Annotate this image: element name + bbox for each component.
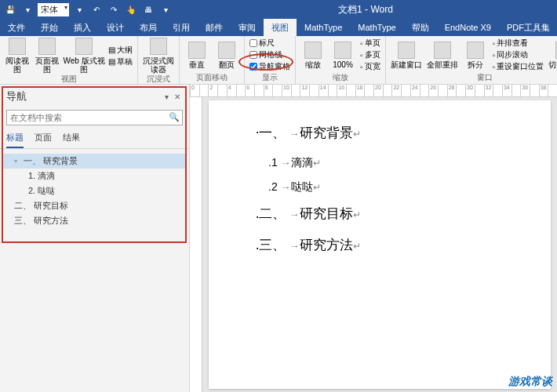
font-selector[interactable]: 宋体: [38, 3, 69, 16]
group-label: 沉浸式: [141, 74, 176, 85]
tab-审阅[interactable]: 审阅: [231, 19, 264, 36]
tab-视图[interactable]: 视图: [264, 19, 297, 36]
group-label: 显示: [248, 72, 292, 84]
read-view-button[interactable]: 阅读视图: [3, 38, 31, 74]
ruler-checkbox[interactable]: 标尺: [249, 38, 290, 49]
tab-插入[interactable]: 插入: [66, 19, 99, 36]
ribbon-group-zoom: 缩放 100% ▫ 单页 ▫ 多页 ▫ 页宽 缩放: [296, 36, 386, 84]
more-icon[interactable]: ▾: [158, 2, 173, 16]
search-icon[interactable]: 🔍: [169, 112, 180, 122]
reset-window-button[interactable]: ▫ 重设窗口位置: [493, 61, 544, 72]
tab-MathType[interactable]: MathType: [297, 19, 350, 36]
ribbon-group-show: 标尺 网格线 导航窗格 显示: [245, 36, 296, 84]
tab-引用[interactable]: 引用: [165, 19, 198, 36]
draft-button[interactable]: ▤ 草稿: [108, 56, 133, 67]
vertical-button[interactable]: 垂直: [183, 38, 211, 72]
nav-tree-node[interactable]: 1. 滴滴: [3, 169, 186, 183]
nav-title: 导航: [6, 89, 27, 103]
quick-access-toolbar: 💾 ▾ 宋体 ▾ ↶ ↷ 👆 🖶 ▾: [3, 2, 173, 16]
ribbon-group-window: 新建窗口 全部重排 拆分 ▫ 并排查看 ▫ 同步滚动 ▫ 重设窗口位置 切换窗口…: [386, 36, 557, 84]
nav-tree-node[interactable]: 三、 研究方法: [3, 213, 186, 228]
nav-tree-node[interactable]: 二、 研究目标: [3, 198, 186, 213]
gridlines-checkbox[interactable]: 网格线: [249, 49, 290, 60]
group-label: 窗口: [389, 72, 557, 84]
sync-scroll-button[interactable]: ▫ 同步滚动: [493, 49, 544, 60]
tab-设计[interactable]: 设计: [99, 19, 132, 36]
print-icon[interactable]: 🖶: [141, 2, 155, 16]
document-line[interactable]: .2 →哒哒↵: [256, 180, 535, 195]
tab-PDF工具集[interactable]: PDF工具集: [499, 19, 557, 36]
tab-MathType[interactable]: MathType: [350, 19, 403, 36]
close-icon[interactable]: ✕: [172, 93, 183, 101]
workspace: 导航 ▾ ✕ 🔍 标题页面结果 ▿一、 研究背景1. 滴滴2. 哒哒二、 研究目…: [0, 85, 557, 392]
switch-window-button[interactable]: 切换窗口: [547, 38, 557, 72]
vertical-ruler[interactable]: [190, 97, 202, 392]
ribbon: 阅读视图 页面视图 Web 版式视图 ▤ 大纲 ▤ 草稿 视图 沉浸式阅读器 沉…: [0, 36, 557, 85]
nav-tab-页面[interactable]: 页面: [35, 129, 52, 148]
dropdown-icon[interactable]: ▾: [20, 2, 35, 16]
outline-button[interactable]: ▤ 大纲: [108, 45, 133, 56]
immersive-reader-button[interactable]: 沉浸式阅读器: [141, 38, 176, 74]
multi-page-button[interactable]: ▫ 多页: [360, 49, 380, 60]
document-line[interactable]: .二、 →研究目标↵: [256, 205, 535, 223]
hundred-button[interactable]: 100%: [329, 38, 357, 72]
nav-tab-结果[interactable]: 结果: [63, 129, 80, 148]
touch-icon[interactable]: 👆: [124, 2, 138, 16]
tab-邮件[interactable]: 邮件: [198, 19, 231, 36]
ribbon-group-views: 阅读视图 页面视图 Web 版式视图 ▤ 大纲 ▤ 草稿 视图: [0, 36, 138, 84]
group-label: 页面移动: [183, 72, 241, 84]
navigation-pane: 导航 ▾ ✕ 🔍 标题页面结果 ▿一、 研究背景1. 滴滴2. 哒哒二、 研究目…: [0, 85, 190, 392]
group-label: 缩放: [299, 72, 382, 84]
ribbon-tabs: 文件开始插入设计布局引用邮件审阅视图MathTypeMathType帮助EndN…: [0, 19, 557, 36]
zoom-button[interactable]: 缩放: [299, 38, 327, 72]
document-area: 02468101214161820222426283032343638 ·一、 …: [190, 85, 557, 392]
dropdown-icon[interactable]: ▾: [72, 2, 86, 16]
save-icon[interactable]: 💾: [3, 2, 17, 16]
nav-tree-node[interactable]: 2. 哒哒: [3, 183, 186, 198]
ribbon-group-immersive: 沉浸式阅读器 沉浸式: [138, 36, 180, 84]
document-line[interactable]: .三、 →研究方法↵: [256, 236, 535, 255]
arrange-all-button[interactable]: 全部重排: [425, 38, 460, 72]
split-button[interactable]: 拆分: [461, 38, 490, 72]
tab-EndNote X9[interactable]: EndNote X9: [437, 19, 499, 36]
single-page-button[interactable]: ▫ 单页: [360, 38, 380, 49]
document-line[interactable]: .1 →滴滴↵: [256, 155, 535, 171]
window-title: 文档1 - Word: [177, 3, 554, 16]
horizontal-ruler[interactable]: 02468101214161820222426283032343638: [190, 85, 557, 97]
watermark: 游戏常谈: [508, 375, 552, 389]
nav-search: 🔍: [6, 110, 183, 125]
flip-button[interactable]: 翻页: [213, 38, 241, 72]
document-line[interactable]: ·一、 →研究背景↵: [256, 124, 535, 143]
nav-tab-标题[interactable]: 标题: [6, 129, 24, 148]
undo-icon[interactable]: ↶: [89, 2, 104, 16]
ribbon-group-pagemove: 垂直 翻页 页面移动: [180, 36, 245, 84]
web-view-button[interactable]: Web 版式视图: [63, 38, 105, 74]
tab-帮助[interactable]: 帮助: [404, 19, 437, 36]
tab-布局[interactable]: 布局: [132, 19, 165, 36]
nav-pane-checkbox[interactable]: 导航窗格: [249, 61, 290, 72]
dropdown-icon[interactable]: ▾: [161, 93, 172, 101]
nav-tree-node[interactable]: ▿一、 研究背景: [3, 154, 186, 169]
tab-文件[interactable]: 文件: [0, 19, 33, 36]
page-view-button[interactable]: 页面视图: [33, 38, 61, 74]
tab-开始[interactable]: 开始: [33, 19, 66, 36]
nav-tabs: 标题页面结果: [0, 129, 189, 149]
redo-icon[interactable]: ↷: [107, 2, 121, 16]
search-input[interactable]: [6, 110, 183, 125]
page-width-button[interactable]: ▫ 页宽: [360, 61, 380, 72]
document-page[interactable]: ·一、 →研究背景↵.1 →滴滴↵.2 →哒哒↵.二、 →研究目标↵.三、 →研…: [209, 100, 551, 389]
side-by-side-button[interactable]: ▫ 并排查看: [493, 38, 544, 49]
nav-tree: ▿一、 研究背景1. 滴滴2. 哒哒二、 研究目标三、 研究方法: [0, 149, 189, 233]
group-label: 视图: [3, 74, 134, 85]
new-window-button[interactable]: 新建窗口: [389, 38, 424, 72]
title-bar: 💾 ▾ 宋体 ▾ ↶ ↷ 👆 🖶 ▾ 文档1 - Word: [0, 0, 557, 19]
